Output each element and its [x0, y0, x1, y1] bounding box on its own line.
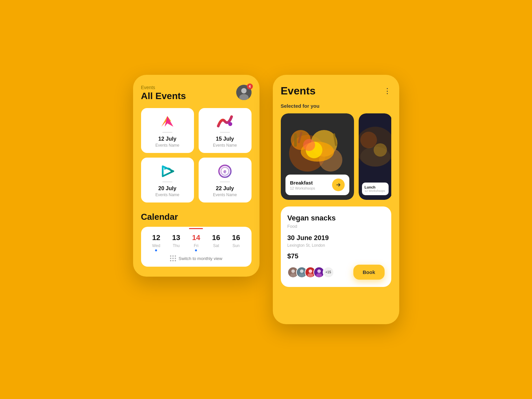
attendees-avatars: +15	[287, 267, 334, 278]
calendar-days-row: 12 Wed 13 Thu 14 Fri	[146, 233, 246, 251]
divider	[162, 182, 172, 182]
events-grid: 12 July Events Name	[141, 108, 252, 202]
event-logo-2	[216, 114, 234, 129]
svg-point-36	[317, 269, 321, 273]
header-titles: Events All Events	[141, 85, 186, 101]
cal-day-num: 13	[172, 233, 180, 242]
event-date-2: 15 July	[216, 136, 234, 142]
cal-day-label: Sat	[213, 243, 219, 248]
calendar-card: 12 Wed 13 Thu 14 Fri	[141, 227, 252, 267]
lunch-sub: 12 Workshsops	[365, 189, 386, 193]
detail-price: $75	[287, 252, 385, 260]
event-card-4[interactable]: e 22 July Events Name	[199, 158, 252, 202]
svg-point-37	[316, 273, 322, 277]
cal-day-label: Thu	[173, 243, 180, 248]
switch-monthly-button[interactable]: Switch to monthly view	[146, 255, 246, 261]
svg-point-1	[241, 88, 247, 93]
more-options-button[interactable]: ⋮	[384, 87, 391, 95]
detail-location: Lexington St, London	[287, 243, 385, 248]
breadcrumb: Events	[141, 85, 186, 90]
svg-point-5	[228, 122, 232, 126]
phone-left: Events All Events 4	[133, 75, 260, 277]
switch-monthly-label: Switch to monthly view	[179, 256, 223, 261]
cal-day-num: 16	[212, 233, 220, 242]
detail-date: 30 June 2019	[287, 234, 385, 242]
cal-day-label: Sun	[233, 243, 240, 248]
cal-day-12[interactable]: 12 Wed	[152, 233, 160, 251]
svg-rect-18	[294, 133, 297, 147]
event-date-4: 22 July	[216, 186, 234, 192]
right-title: Events	[281, 85, 316, 97]
calendar-section: Calendar 12 Wed 13 Thu 14	[141, 212, 252, 267]
book-button[interactable]: Book	[353, 265, 385, 280]
event-card-2[interactable]: 15 July Events Name	[199, 108, 252, 153]
event-logo-1	[158, 114, 177, 129]
calendar-title: Calendar	[141, 212, 252, 222]
cal-day-label: Fri	[194, 243, 198, 248]
breakfast-card-texts: Breakfast 12 Workshsops	[290, 180, 315, 190]
breakfast-title: Breakfast	[290, 180, 315, 186]
cal-dot	[155, 249, 157, 251]
avatar-wrapper[interactable]: 4	[236, 85, 252, 100]
cal-dot	[235, 249, 237, 251]
event-name-4: Events Name	[213, 193, 237, 197]
breakfast-card[interactable]: Breakfast 12 Workshsops	[281, 113, 354, 200]
cal-day-num-active: 14	[192, 233, 200, 242]
breakfast-card-info: Breakfast 12 Workshsops	[285, 175, 349, 195]
svg-point-25	[374, 143, 387, 157]
detail-category: Food	[287, 224, 385, 229]
event-card-3[interactable]: 20 July Events Name	[141, 158, 194, 202]
cal-dot	[175, 249, 177, 251]
svg-point-24	[360, 132, 377, 148]
phone-right: Events ⋮ Selected for you	[273, 75, 399, 324]
detail-card: Vegan snacks Food 30 June 2019 Lexington…	[281, 206, 391, 287]
lunch-title: Lunch	[365, 185, 386, 189]
attendees-plus-badge: +15	[323, 267, 334, 278]
event-card-1[interactable]: 12 July Events Name	[141, 108, 194, 153]
featured-cards-scroll: Breakfast 12 Workshsops	[281, 113, 391, 200]
breakfast-sub: 12 Workshsops	[290, 186, 315, 190]
cal-day-14[interactable]: 14 Fri	[192, 233, 200, 251]
svg-text:e: e	[224, 169, 227, 174]
detail-footer: +15 Book	[287, 265, 385, 280]
event-name-2: Events Name	[213, 143, 237, 148]
app-container: Events All Events 4	[133, 75, 399, 324]
left-header: Events All Events 4	[141, 85, 252, 101]
svg-point-27	[291, 269, 295, 273]
event-date-3: 20 July	[158, 186, 176, 192]
divider	[220, 182, 230, 182]
grid-icon	[170, 255, 176, 261]
cal-day-16-sat[interactable]: 16 Sat	[212, 233, 220, 251]
notification-badge: 4	[247, 83, 253, 89]
page-title: All Events	[141, 91, 186, 101]
divider	[220, 132, 230, 133]
svg-point-30	[300, 269, 303, 273]
event-logo-3	[158, 164, 177, 179]
cal-day-num: 12	[152, 233, 160, 242]
svg-point-33	[308, 269, 312, 273]
event-name-3: Events Name	[155, 193, 179, 197]
lunch-card[interactable]: Lunch 12 Workshsops	[359, 113, 391, 200]
right-header: Events ⋮	[281, 85, 391, 97]
cal-dot	[215, 249, 217, 251]
cal-day-13[interactable]: 13 Thu	[172, 233, 180, 251]
svg-point-17	[303, 139, 315, 151]
svg-point-31	[299, 273, 305, 277]
cal-dot	[195, 249, 197, 251]
event-name-1: Events Name	[155, 143, 179, 148]
selected-for-you-label: Selected for you	[281, 103, 391, 109]
detail-title: Vegan snacks	[287, 214, 385, 222]
active-bar	[189, 228, 203, 229]
event-date-1: 12 July	[158, 136, 176, 142]
cal-day-16-sun[interactable]: 16 Sun	[232, 233, 240, 251]
breakfast-arrow-button[interactable]	[332, 179, 345, 191]
lunch-card-info: Lunch 12 Workshsops	[362, 183, 389, 195]
divider	[162, 132, 172, 133]
cal-day-label: Wed	[152, 243, 160, 248]
event-logo-4: e	[216, 164, 234, 179]
svg-point-28	[290, 273, 296, 277]
cal-day-num: 16	[232, 233, 240, 242]
svg-point-34	[307, 273, 313, 277]
